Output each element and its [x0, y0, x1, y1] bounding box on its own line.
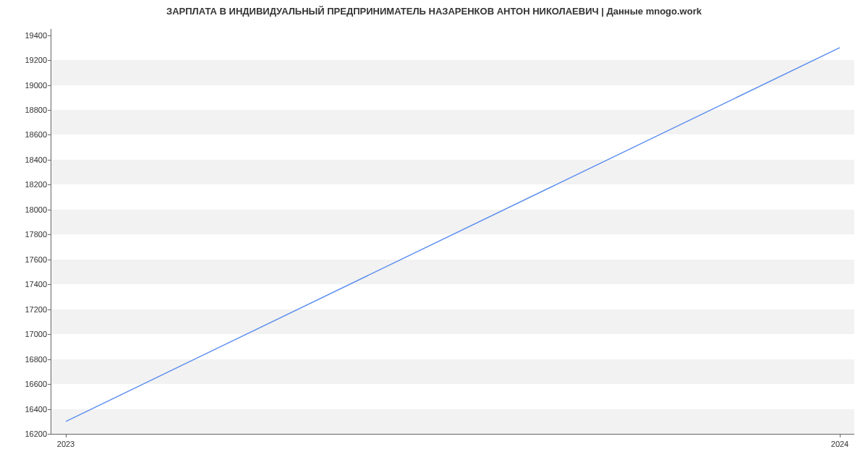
y-tick-mark [48, 35, 51, 36]
y-tick-mark [48, 85, 51, 86]
y-tick-mark [48, 260, 51, 260]
y-tick-mark [48, 284, 51, 285]
y-tick-mark [48, 110, 51, 111]
plot-area: 1620016400166001680017000172001740017600… [51, 29, 854, 435]
y-tick-mark [48, 309, 51, 310]
y-tick-mark [48, 434, 51, 435]
y-tick-mark [48, 160, 51, 161]
y-tick-mark [48, 134, 51, 135]
x-tick-mark [840, 434, 841, 437]
y-tick-mark [48, 60, 51, 61]
chart-container: ЗАРПЛАТА В ИНДИВИДУАЛЬНЫЙ ПРЕДПРИНИМАТЕЛ… [0, 0, 868, 470]
y-tick-mark [48, 234, 51, 235]
y-tick-mark [48, 359, 51, 360]
chart-title: ЗАРПЛАТА В ИНДИВИДУАЛЬНЫЙ ПРЕДПРИНИМАТЕЛ… [0, 6, 868, 17]
y-tick-mark [48, 210, 51, 210]
y-tick-mark [48, 409, 51, 410]
y-tick-mark [48, 184, 51, 185]
x-tick-mark [66, 434, 67, 437]
y-tick-mark [48, 384, 51, 385]
y-tick-mark [48, 334, 51, 335]
line-layer [51, 29, 854, 434]
series-line [66, 48, 840, 422]
